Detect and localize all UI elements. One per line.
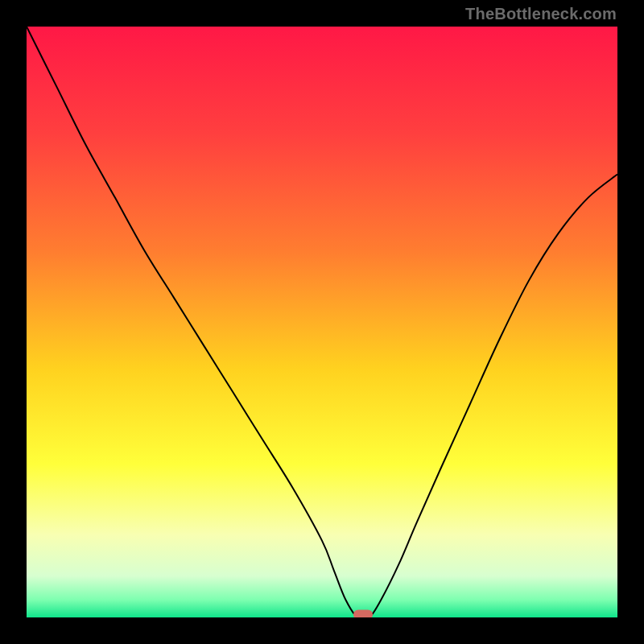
watermark-text: TheBottleneck.com <box>465 5 617 23</box>
plot-area <box>27 27 617 617</box>
minimum-marker <box>353 609 373 617</box>
bottleneck-curve <box>27 27 617 617</box>
chart-frame: TheBottleneck.com <box>0 0 644 644</box>
curve-path <box>27 27 617 617</box>
